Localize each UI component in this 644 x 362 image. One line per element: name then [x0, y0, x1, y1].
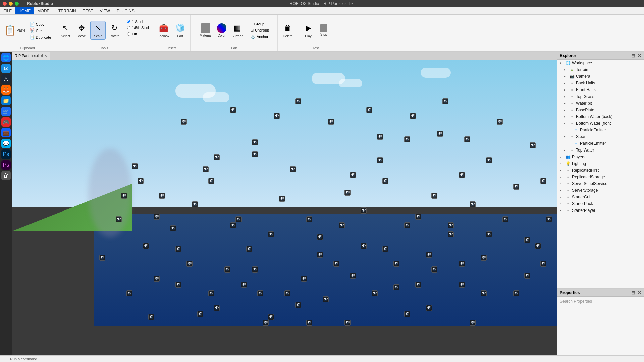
dock-icon-trash[interactable]: 🗑: [1, 171, 11, 180]
delete-button[interactable]: 🗑 Delete: [280, 21, 295, 39]
expand-arrow-lighting[interactable]: ▸: [560, 162, 564, 165]
properties-search-input[interactable]: [560, 299, 641, 304]
move-button[interactable]: ✥ Move: [74, 21, 89, 39]
dock-icon-work[interactable]: 💼: [1, 128, 11, 137]
explorer-tree[interactable]: ▾🌐Workspace▸▲Terrain▸📷Camera▸▪Back Halfs…: [557, 60, 644, 288]
expand-arrow-server-storage[interactable]: ▸: [560, 189, 564, 192]
expand-arrow-water-bit[interactable]: ▸: [564, 102, 568, 105]
select-button[interactable]: ↖ Select: [58, 21, 73, 39]
explorer-item-baseplate[interactable]: ▸▪BasePlate: [557, 107, 644, 113]
explorer-item-starter-pack[interactable]: ▸▪StarterPack: [557, 200, 644, 207]
menu-terrain[interactable]: TERRAIN: [55, 7, 79, 14]
rotate-button[interactable]: ↻ Rotate: [107, 21, 122, 39]
explorer-item-starter-player[interactable]: ▸▪StarterPlayer: [557, 207, 644, 214]
expand-arrow-starter-gui[interactable]: ▸: [560, 195, 564, 199]
menu-file[interactable]: FILE: [0, 7, 15, 14]
expand-arrow-workspace[interactable]: ▾: [560, 61, 564, 65]
explorer-item-server-script-service[interactable]: ▸▪ServerScriptService: [557, 180, 644, 187]
dock-icon-photoshop[interactable]: Ps: [1, 149, 11, 159]
explorer-item-top-water[interactable]: ▸▪Top Water: [557, 147, 644, 154]
dock-icon-ps[interactable]: Ps: [1, 160, 11, 170]
dock-icon-browser[interactable]: 🦊: [1, 85, 11, 95]
explorer-item-replicated-first[interactable]: ▸▪ReplicatedFirst: [557, 167, 644, 174]
viewport-canvas[interactable]: [12, 60, 557, 355]
dock-icon-store[interactable]: 🛒: [1, 107, 11, 116]
explorer-item-particle-emitter-2[interactable]: ✦ParticleEmitter: [557, 140, 644, 147]
minimize-button[interactable]: [9, 2, 13, 6]
expand-arrow-server-script-service[interactable]: ▸: [560, 182, 564, 185]
explorer-item-back-halfs[interactable]: ▸▪Back Halfs: [557, 80, 644, 86]
explorer-item-lighting[interactable]: ▸💡Lighting: [557, 160, 644, 167]
expand-arrow-front-halfs[interactable]: ▸: [564, 88, 568, 92]
stop-button[interactable]: Stop: [317, 23, 330, 38]
material-button[interactable]: Material: [198, 22, 214, 39]
status-handle[interactable]: ⋮: [3, 356, 7, 362]
dock-icon-steam[interactable]: ♨: [1, 74, 11, 84]
properties-close-icon[interactable]: ✕: [637, 290, 641, 295]
explorer-item-bottom-water-front[interactable]: ▾▪Bottom Water (front: [557, 120, 644, 127]
color-button[interactable]: Color: [215, 22, 228, 39]
anchor-button[interactable]: ⚓ Anchor: [249, 34, 270, 40]
viewport-tab[interactable]: RIP Particles.rbxl ✕: [12, 52, 50, 60]
expand-arrow-replicated-storage[interactable]: ▸: [560, 175, 564, 179]
expand-arrow-replicated-first[interactable]: ▸: [560, 169, 564, 172]
dock-icon-mail[interactable]: ✉: [1, 64, 11, 73]
properties-search-bar[interactable]: [557, 297, 644, 306]
expand-arrow-top-grass[interactable]: ▸: [564, 95, 568, 98]
stud1-option[interactable]: 1 Stud: [126, 19, 150, 24]
explorer-item-bottom-water-back[interactable]: ▸▪Bottom Water (back): [557, 113, 644, 120]
dock-icon-files[interactable]: 📁: [1, 96, 11, 105]
scale-button[interactable]: ⤡ Scale: [90, 21, 106, 40]
properties-filter-icon[interactable]: ⊟: [631, 290, 635, 295]
expand-arrow-bottom-water-back[interactable]: ▸: [564, 115, 568, 118]
expand-arrow-starter-player[interactable]: ▸: [560, 209, 564, 212]
explorer-item-particle-emitter-1[interactable]: ✦ParticleEmitter: [557, 127, 644, 133]
toolbox-button[interactable]: 🧰 Toolbox: [156, 21, 171, 39]
expand-arrow-camera[interactable]: ▸: [564, 75, 568, 78]
menu-home[interactable]: HOME: [15, 7, 34, 14]
expand-arrow-baseplate[interactable]: ▸: [564, 108, 568, 112]
explorer-item-water-bit[interactable]: ▸▪Water bit: [557, 100, 644, 107]
explorer-item-steam[interactable]: ▾▪Steam: [557, 133, 644, 140]
duplicate-button[interactable]: 📑 Duplicate: [28, 34, 53, 40]
cut-button[interactable]: ✂️ Cut: [28, 28, 53, 34]
paste-button[interactable]: 📋 Paste: [3, 21, 27, 40]
expand-arrow-top-water[interactable]: ▸: [564, 148, 568, 152]
explorer-item-front-halfs[interactable]: ▸▪Front Halfs: [557, 86, 644, 93]
surface-button[interactable]: ▦ Surface: [230, 21, 245, 39]
explorer-close-icon[interactable]: ✕: [637, 53, 641, 58]
dock-icon-game[interactable]: 🎮: [1, 117, 11, 127]
copy-button[interactable]: 📄 Copy: [28, 21, 53, 27]
menu-view[interactable]: VIEW: [96, 7, 113, 14]
explorer-item-terrain[interactable]: ▸▲Terrain: [557, 66, 644, 73]
menu-plugins[interactable]: PLUGINS: [113, 7, 138, 14]
expand-arrow-steam[interactable]: ▾: [564, 135, 568, 138]
stud5-option[interactable]: 1/5th Stud: [126, 25, 150, 31]
play-button[interactable]: ▶ Play: [301, 21, 316, 39]
explorer-item-players[interactable]: ▸👥Players: [557, 154, 644, 160]
part-button[interactable]: 🧊 Part: [173, 21, 187, 39]
menu-test[interactable]: TEST: [79, 7, 97, 14]
explorer-filter-icon[interactable]: ⊟: [631, 53, 635, 58]
explorer-item-server-storage[interactable]: ▸▪ServerStorage: [557, 187, 644, 194]
expand-arrow-starter-pack[interactable]: ▸: [560, 202, 564, 205]
off-option[interactable]: Off: [126, 31, 150, 37]
menu-model[interactable]: MODEL: [34, 7, 55, 14]
expand-arrow-terrain[interactable]: ▸: [564, 68, 568, 71]
ungroup-button[interactable]: ⊡ Ungroup: [249, 27, 270, 33]
command-prompt[interactable]: Run a command: [10, 357, 37, 361]
explorer-item-camera[interactable]: ▸📷Camera: [557, 73, 644, 80]
explorer-item-top-grass[interactable]: ▸▪Top Grass: [557, 93, 644, 100]
explorer-item-replicated-storage[interactable]: ▸▪ReplicatedStorage: [557, 174, 644, 180]
dock-icon-skype[interactable]: 💬: [1, 139, 11, 148]
explorer-item-workspace[interactable]: ▾🌐Workspace: [557, 60, 644, 66]
expand-arrow-back-halfs[interactable]: ▸: [564, 81, 568, 85]
dock-icon-finder[interactable]: 🌐: [1, 53, 11, 62]
maximize-button[interactable]: [15, 2, 19, 6]
close-button[interactable]: [3, 2, 7, 6]
tab-close-icon[interactable]: ✕: [44, 54, 47, 58]
expand-arrow-players[interactable]: ▸: [560, 155, 564, 159]
explorer-item-starter-gui[interactable]: ▸▪StarterGui: [557, 194, 644, 200]
expand-arrow-bottom-water-front[interactable]: ▾: [564, 122, 568, 125]
viewport[interactable]: RIP Particles.rbxl ✕: [12, 52, 557, 355]
